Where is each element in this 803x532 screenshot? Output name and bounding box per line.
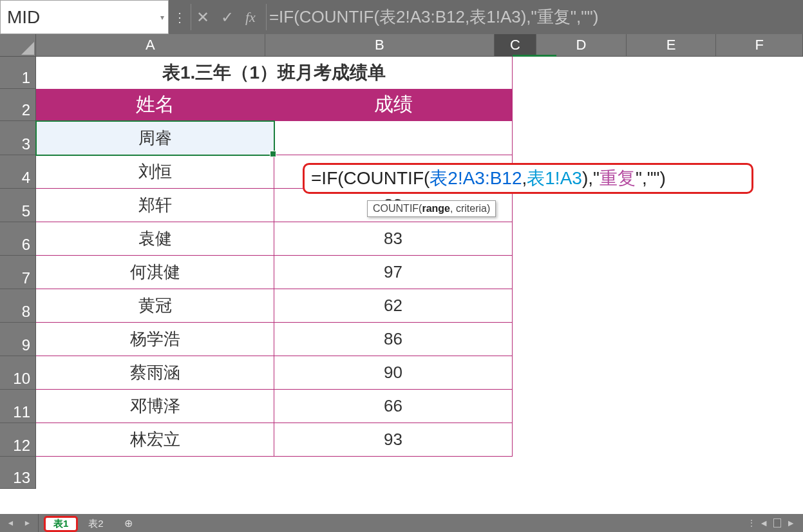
sheet-tab-表1[interactable]: 表1 (44, 516, 78, 532)
in-cell-formula-edit[interactable]: =IF(COUNTIF( 表2!A3:B12 , 表1!A3 )," 重复 ",… (303, 163, 753, 194)
column-header-F[interactable]: F (716, 34, 803, 57)
namebox-resize-handle[interactable]: ⋮ (169, 0, 191, 34)
row-header-5[interactable]: 5 (0, 189, 36, 222)
cell-name-8[interactable]: 黄冠 (36, 289, 274, 323)
column-headers: ABCDEF (36, 34, 803, 57)
cell-name-10[interactable]: 蔡雨涵 (36, 356, 274, 390)
header-name: 姓名 (36, 89, 274, 121)
table-title: 表1.三年（1）班月考成绩单 (36, 57, 513, 89)
row-header-2[interactable]: 2 (0, 89, 36, 121)
cell-name-5[interactable]: 郑轩 (36, 189, 274, 222)
row-header-3[interactable]: 3 (0, 121, 36, 155)
formula-cell-ref: 表1!A3 (527, 166, 582, 191)
footer-grip-icon[interactable]: ⋮ (748, 518, 754, 527)
function-tooltip[interactable]: COUNTIF(range, criteria) (367, 200, 496, 217)
row-header-7[interactable]: 7 (0, 256, 36, 289)
formula-seg: )," (582, 168, 600, 189)
column-header-C[interactable]: C (495, 34, 536, 57)
row-header-1[interactable]: 1 (0, 57, 36, 89)
formula-bar[interactable]: =IF(COUNTIF(表2!A3:B12,表1!A3),"重复","") (267, 0, 803, 34)
footer-right-controls: ⋮ ◄ ► (748, 514, 803, 532)
sheet-tab-表2[interactable]: 表2 (78, 516, 113, 532)
sheet-tabs: 表1表2 (39, 514, 114, 532)
cell-name-3[interactable]: 周睿 (36, 121, 274, 155)
cell-name-12[interactable]: 林宏立 (36, 423, 274, 457)
spreadsheet-grid: ABCDEF 12345678910111213 表1.三年（1）班月考成绩单姓… (0, 34, 803, 514)
name-box[interactable]: ▾ (0, 0, 169, 34)
formula-literal: 重复 (600, 166, 636, 191)
tooltip-fn: COUNTIF( (373, 203, 422, 214)
cell-score-10[interactable]: 90 (274, 356, 513, 390)
add-sheet-button[interactable]: ⊕ (119, 514, 138, 532)
formula-range-ref: 表2!A3:B12 (430, 166, 522, 191)
row-header-10[interactable]: 10 (0, 356, 36, 390)
column-header-D[interactable]: D (536, 34, 627, 57)
row-header-9[interactable]: 9 (0, 323, 36, 356)
row-header-8[interactable]: 8 (0, 289, 36, 323)
header-score: 成绩 (274, 89, 513, 121)
cancel-formula-icon[interactable]: ✕ (196, 8, 209, 26)
row-header-13[interactable]: 13 (0, 457, 36, 489)
name-box-input[interactable] (7, 7, 162, 28)
row-header-12[interactable]: 12 (0, 423, 36, 457)
tooltip-arg-bold: range (422, 203, 450, 214)
formula-seg: =IF(COUNTIF( (311, 168, 430, 189)
sheet-nav-left-icon[interactable]: ◄ (7, 518, 15, 527)
name-box-dropdown-icon[interactable]: ▾ (160, 13, 164, 22)
cell-score-6[interactable]: 83 (274, 222, 513, 256)
cell-name-11[interactable]: 邓博泽 (36, 390, 274, 423)
cell-name-4[interactable]: 刘恒 (36, 155, 274, 189)
formula-bar-text: =IF(COUNTIF(表2!A3:B12,表1!A3),"重复","") (269, 6, 599, 28)
cell-name-9[interactable]: 杨学浩 (36, 323, 274, 356)
formula-controls: ✕ ✓ fx (191, 0, 266, 34)
cell-score-11[interactable]: 66 (274, 390, 513, 423)
column-header-E[interactable]: E (627, 34, 717, 57)
sheet-nav-right-icon[interactable]: ► (24, 518, 32, 527)
tooltip-rest: , criteria) (450, 203, 490, 214)
confirm-formula-icon[interactable]: ✓ (221, 8, 234, 26)
row-header-6[interactable]: 6 (0, 222, 36, 256)
cell-name-7[interactable]: 何淇健 (36, 256, 274, 289)
cell-score-3[interactable] (274, 121, 513, 155)
formula-seg: , (522, 168, 527, 189)
sheet-nav-arrows: ◄ ► (0, 514, 39, 532)
formula-bar-row: ▾ ⋮ ✕ ✓ fx =IF(COUNTIF(表2!A3:B12,表1!A3),… (0, 0, 803, 34)
hscroll-thumb[interactable] (773, 518, 781, 527)
cell-score-12[interactable]: 93 (274, 423, 513, 457)
cell-score-8[interactable]: 62 (274, 289, 513, 323)
row-header-4[interactable]: 4 (0, 155, 36, 189)
cell-name-6[interactable]: 袁健 (36, 222, 274, 256)
hscroll-left-icon[interactable]: ◄ (759, 518, 768, 528)
formula-seg: ","") (636, 168, 666, 189)
cell-score-7[interactable]: 97 (274, 256, 513, 289)
active-column-indicator (513, 55, 556, 57)
row-header-11[interactable]: 11 (0, 390, 36, 423)
cell-score-9[interactable]: 86 (274, 323, 513, 356)
column-header-B[interactable]: B (265, 34, 495, 57)
hscroll-right-icon[interactable]: ► (786, 518, 795, 528)
column-header-A[interactable]: A (36, 34, 265, 57)
sheet-tab-bar: ◄ ► 表1表2 ⊕ ⋮ ◄ ► (0, 514, 803, 532)
row-headers: 12345678910111213 (0, 57, 36, 489)
insert-function-icon[interactable]: fx (245, 9, 256, 26)
select-all-corner[interactable] (0, 34, 36, 57)
